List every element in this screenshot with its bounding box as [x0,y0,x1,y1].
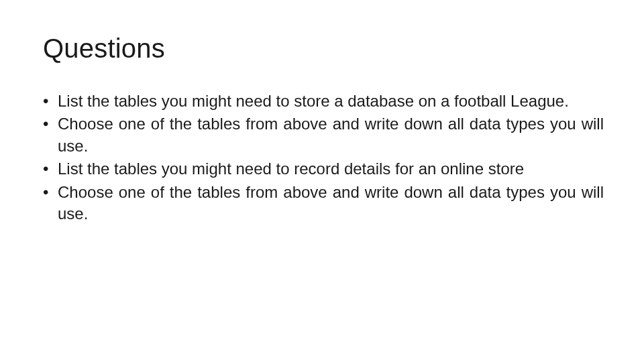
slide-container: Questions List the tables you might need… [0,0,644,362]
slide-title: Questions [43,34,604,64]
bullet-list: List the tables you might need to store … [43,90,604,225]
list-item: List the tables you might need to record… [43,158,604,180]
list-item: Choose one of the tables from above and … [43,113,604,157]
list-item: Choose one of the tables from above and … [43,182,604,225]
list-item: List the tables you might need to store … [43,90,604,112]
